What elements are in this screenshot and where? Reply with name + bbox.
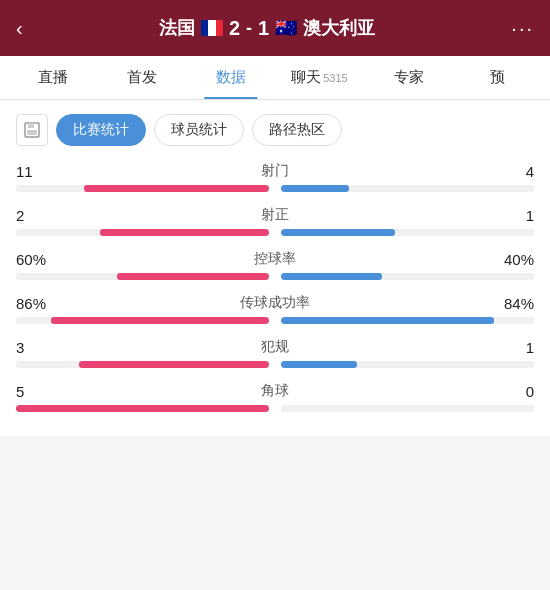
stat-row: 5 角球 0 (16, 382, 534, 412)
bar-left (51, 317, 269, 324)
tab-expert[interactable]: 专家 (364, 56, 453, 99)
stat-name: 控球率 (66, 250, 484, 268)
team-away-name: 澳大利亚 (303, 16, 375, 40)
team-home-name: 法国 (159, 16, 195, 40)
stat-value-left: 86% (16, 295, 66, 312)
bar-right (281, 273, 382, 280)
save-icon (23, 121, 41, 139)
bar-right-container (281, 361, 534, 368)
score-home: 2 (229, 17, 240, 40)
sub-tabs-bar: 比赛统计 球员统计 路径热区 (16, 114, 534, 146)
bar-right-container (281, 229, 534, 236)
stats-list: 11 射门 4 2 射正 1 (16, 162, 534, 412)
bar-left-container (16, 361, 269, 368)
stat-name: 角球 (66, 382, 484, 400)
bar-left (84, 185, 269, 192)
stat-value-right: 0 (484, 383, 534, 400)
score-away: 1 (258, 17, 269, 40)
stat-value-left: 3 (16, 339, 66, 356)
tab-preview[interactable]: 预 (453, 56, 542, 99)
flag-france-icon (201, 20, 223, 36)
stat-row: 3 犯规 1 (16, 338, 534, 368)
stat-row: 86% 传球成功率 84% (16, 294, 534, 324)
bar-left-container (16, 317, 269, 324)
bar-left (79, 361, 269, 368)
bar-right-container (281, 273, 534, 280)
bar-right (281, 361, 357, 368)
stat-row: 11 射门 4 (16, 162, 534, 192)
bar-right-container (281, 317, 534, 324)
bar-right (281, 317, 494, 324)
flag-australia-icon: 🇦🇺 (275, 17, 297, 39)
tab-data[interactable]: 数据 (186, 56, 275, 99)
bar-right-container (281, 405, 534, 412)
bar-left (16, 405, 269, 412)
bar-left-container (16, 185, 269, 192)
bar-right (281, 185, 349, 192)
tab-chat[interactable]: 聊天 5315 (275, 56, 364, 99)
stat-name: 犯规 (66, 338, 484, 356)
bar-left (117, 273, 269, 280)
stat-name: 射门 (66, 162, 484, 180)
save-button[interactable] (16, 114, 48, 146)
stat-name: 射正 (66, 206, 484, 224)
sub-tab-heatmap[interactable]: 路径热区 (252, 114, 342, 146)
sub-tab-match-stats[interactable]: 比赛统计 (56, 114, 146, 146)
chat-badge: 5315 (323, 72, 347, 84)
stat-value-left: 60% (16, 251, 66, 268)
stats-content: 比赛统计 球员统计 路径热区 11 射门 4 2 射正 1 (0, 100, 550, 436)
stat-value-right: 40% (484, 251, 534, 268)
bar-right-container (281, 185, 534, 192)
stat-value-right: 84% (484, 295, 534, 312)
stat-row: 60% 控球率 40% (16, 250, 534, 280)
stat-row: 2 射正 1 (16, 206, 534, 236)
svg-rect-1 (28, 123, 34, 128)
tab-live[interactable]: 直播 (8, 56, 97, 99)
stat-value-right: 1 (484, 339, 534, 356)
bar-left-container (16, 229, 269, 236)
stat-value-left: 2 (16, 207, 66, 224)
tab-lineup[interactable]: 首发 (97, 56, 186, 99)
match-title: 法国 2 - 1 🇦🇺 澳大利亚 (159, 16, 375, 40)
stat-value-right: 4 (484, 163, 534, 180)
bar-left-container (16, 405, 269, 412)
match-header: ‹ 法国 2 - 1 🇦🇺 澳大利亚 ··· (0, 0, 550, 56)
svg-rect-2 (27, 130, 37, 135)
stat-value-right: 1 (484, 207, 534, 224)
stat-value-left: 5 (16, 383, 66, 400)
sub-tab-player-stats[interactable]: 球员统计 (154, 114, 244, 146)
back-button[interactable]: ‹ (16, 17, 23, 40)
stat-name: 传球成功率 (66, 294, 484, 312)
score-separator: - (246, 18, 252, 39)
bar-left (100, 229, 270, 236)
stat-value-left: 11 (16, 163, 66, 180)
nav-tabs: 直播 首发 数据 聊天 5315 专家 预 (0, 56, 550, 100)
bar-right (281, 229, 395, 236)
bar-left-container (16, 273, 269, 280)
more-button[interactable]: ··· (511, 17, 534, 40)
